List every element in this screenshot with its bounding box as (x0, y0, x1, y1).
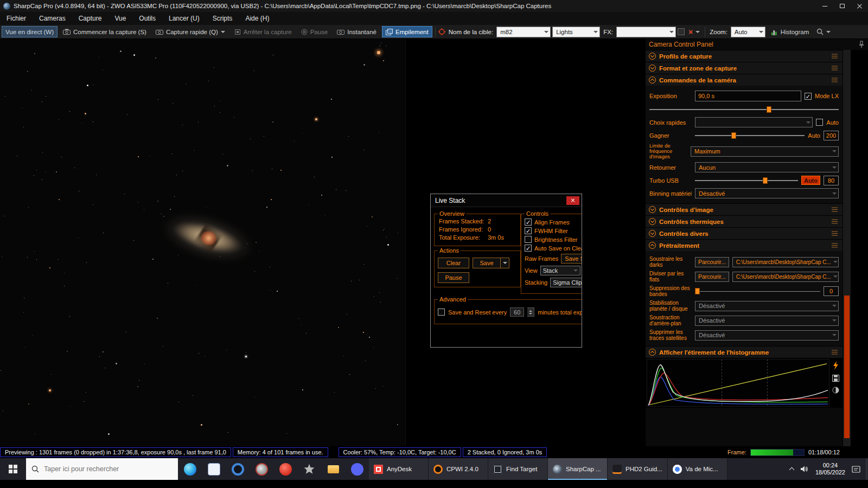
quick-capture-button[interactable]: Capture rapide (Q) (152, 26, 229, 37)
menu-icon[interactable] (832, 56, 838, 57)
menu-icon[interactable] (832, 68, 838, 69)
taskbar-app-sharpcap[interactable]: SharpCap ... (548, 458, 608, 480)
slider-thumb[interactable] (695, 288, 700, 294)
section-profils-de-capture[interactable]: Profils de capture (646, 50, 843, 62)
usb-slider[interactable] (695, 177, 798, 184)
taskbar-app-2[interactable] (202, 458, 226, 480)
menu-icon[interactable] (832, 221, 838, 222)
volume-icon[interactable] (800, 465, 809, 473)
gain-auto-button[interactable]: Auto (808, 132, 820, 139)
contrast-icon[interactable] (832, 387, 839, 394)
brightness-filter-checkbox[interactable] (525, 236, 532, 243)
usb-auto-button[interactable]: Auto (801, 176, 820, 185)
section-histogramme[interactable]: Afficher l'étirement de l'histogramme (646, 346, 843, 358)
fps-limit-dropdown[interactable]: Maximum (691, 146, 839, 157)
taskbar-app-anydesk[interactable]: AnyDesk (369, 458, 429, 480)
live-view-button[interactable]: Vue en direct (W) (2, 26, 58, 37)
dialog-close-button[interactable] (566, 196, 579, 205)
menu-icon[interactable] (832, 80, 838, 81)
zoom-tools-button[interactable] (814, 26, 833, 37)
menu-icon[interactable] (832, 209, 838, 210)
taskbar-app-discord[interactable] (345, 458, 369, 480)
snapshot-button[interactable]: Instantané (333, 26, 380, 37)
taskbar-app-cpwi[interactable]: CPWI 2.4.0 (429, 458, 488, 480)
action-center-icon[interactable] (852, 465, 860, 473)
slider-thumb[interactable] (731, 132, 736, 139)
flats-path-dropdown[interactable]: C:\Users\marcb\Desktop\SharpCap C... (732, 272, 839, 282)
stabilization-dropdown[interactable]: Désactivé (695, 301, 839, 311)
section-format-zone[interactable]: Format et zone de capture (646, 62, 843, 74)
chevron-down-icon[interactable] (221, 31, 225, 33)
auto-save-checkbox[interactable]: ✓ (525, 245, 532, 252)
minutes-spinner[interactable] (527, 307, 534, 317)
banding-value[interactable]: 0 (824, 286, 839, 296)
section-controles-divers[interactable]: Contrôles divers (646, 227, 843, 239)
stop-capture-button[interactable]: Arrêter la capture (231, 26, 296, 37)
menu-scripts[interactable]: Scripts (206, 12, 239, 25)
section-commandes-camera[interactable]: Commandes de la caméra (646, 74, 843, 86)
taskbar-app-edge[interactable] (178, 458, 202, 480)
exposure-slider[interactable] (649, 106, 839, 113)
stacking-dropdown[interactable]: Sigma Clipp (550, 278, 582, 287)
taskbar-app-phd2[interactable]: PHD2 Guid... (608, 458, 668, 480)
target-name-combo[interactable]: m82 (496, 27, 551, 37)
satellite-trails-dropdown[interactable]: Désactivé (695, 330, 839, 341)
menu-vue[interactable]: Vue (108, 12, 132, 25)
darks-path-dropdown[interactable]: C:\Users\marcb\Desktop\SharpCap C... (732, 257, 839, 267)
taskbar-app-4[interactable] (250, 458, 273, 480)
save-reset-checkbox[interactable] (438, 309, 445, 316)
show-desktop-button[interactable] (866, 458, 868, 480)
menu-capture[interactable]: Capture (72, 12, 108, 25)
clear-fx-button[interactable]: × (686, 26, 702, 37)
lx-mode-checkbox[interactable]: ✓ (805, 93, 812, 100)
usb-value[interactable]: 80 (824, 176, 839, 185)
exposure-auto-checkbox[interactable] (816, 119, 823, 126)
start-button[interactable] (0, 458, 26, 480)
gain-slider[interactable] (695, 132, 805, 139)
scrollbar-thumb[interactable] (844, 296, 850, 438)
save-options-caret[interactable] (501, 258, 509, 268)
pause-button[interactable]: Pause (297, 26, 332, 37)
menu-icon[interactable] (832, 233, 838, 234)
live-stack-button[interactable]: Empilement (382, 26, 432, 37)
menu-icon[interactable] (832, 245, 838, 246)
selection-icon[interactable] (678, 28, 685, 35)
zoom-combo[interactable]: Auto (731, 27, 765, 37)
histogram-button[interactable]: Histogram (767, 26, 813, 37)
minutes-input[interactable] (510, 307, 524, 317)
section-controles-thermiques[interactable]: Contrôles thermiques (646, 215, 843, 227)
quick-picks-dropdown[interactable] (695, 117, 813, 127)
search-input[interactable] (44, 465, 163, 473)
darks-browse-button[interactable]: Parcourir... (695, 257, 729, 267)
flats-browse-button[interactable]: Parcourir... (695, 272, 729, 282)
save-button[interactable]: Save (473, 258, 501, 268)
panel-scrollbar[interactable] (843, 50, 851, 446)
taskbar-clock[interactable]: 00:24 18/05/2022 (815, 462, 845, 476)
taskbar-app-5[interactable] (273, 458, 297, 480)
pause-stack-button[interactable]: Pause (438, 272, 469, 283)
frame-type-combo[interactable]: Lights (552, 27, 600, 37)
pin-icon[interactable] (858, 41, 865, 48)
menu-fichier[interactable]: Fichier (0, 12, 33, 25)
menu-icon[interactable] (832, 352, 838, 353)
image-preview-area[interactable]: Live Stack Overview Frames Stacked:2 Fra… (0, 39, 646, 446)
close-button[interactable] (851, 0, 868, 12)
taskbar-app-6[interactable] (297, 458, 321, 480)
view-dropdown[interactable]: Stack (540, 266, 580, 275)
taskbar-search[interactable] (26, 458, 178, 480)
background-subtract-dropdown[interactable]: Désactivé (695, 316, 839, 326)
align-frames-checkbox[interactable]: ✓ (525, 219, 532, 226)
live-stack-titlebar[interactable]: Live Stack (431, 194, 582, 207)
banding-slider[interactable] (695, 287, 820, 295)
menu-lancer[interactable]: Lancer (U) (162, 12, 206, 25)
slider-thumb[interactable] (767, 106, 771, 113)
slider-thumb[interactable] (763, 177, 768, 184)
save-icon[interactable] (832, 375, 839, 382)
start-capture-button[interactable]: Commencer la capture (S) (59, 26, 150, 37)
section-pretraitement[interactable]: Prétraitement (646, 239, 843, 251)
save-raw-frames-button[interactable]: Save St (561, 254, 582, 264)
auto-stretch-icon[interactable] (833, 361, 839, 370)
maximize-button[interactable] (833, 0, 851, 12)
histogram-canvas[interactable] (647, 359, 829, 407)
binning-dropdown[interactable]: Désactivé (695, 188, 839, 198)
